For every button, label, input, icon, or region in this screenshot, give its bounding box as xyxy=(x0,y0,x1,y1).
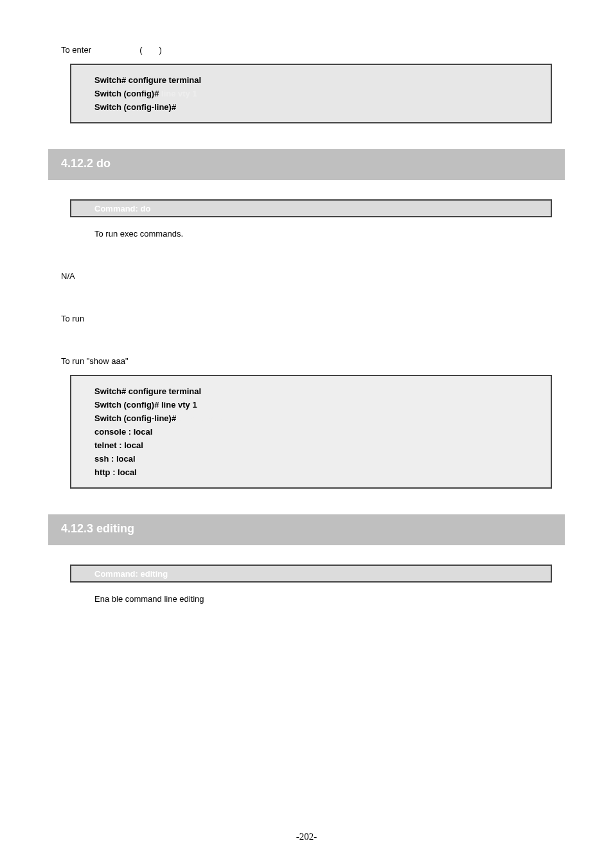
usage-label: Usage Guide: xyxy=(61,300,552,310)
codebox2-l3-text: Switch (config-line)# xyxy=(94,413,176,423)
section-title-1: 4.12.2 do xyxy=(61,157,111,170)
intro-hidden-b: 0-15 xyxy=(143,45,159,55)
topic-value-1: do xyxy=(141,204,151,213)
example-label: Example: xyxy=(61,343,552,352)
topic-label-1: Command: xyxy=(94,204,138,213)
topic-box-1: Command: do xyxy=(70,199,552,217)
usage-pre: To run xyxy=(61,314,84,323)
codebox2-l2: Switch (config)# line vty 1 xyxy=(94,400,528,410)
codebox2-l3-hidden: do show aaa xyxy=(179,413,229,423)
intro-hidden-a: the line vty xyxy=(94,45,138,55)
codebox2-l7: http : local xyxy=(94,467,528,477)
codebox-1: Switch# configure terminal Switch (confi… xyxy=(70,64,552,123)
page-footer: -202- xyxy=(0,831,613,842)
section-heading-editing: 4.12.3 editing xyxy=(48,514,565,545)
codebox-2: Switch# configure terminal Switch (confi… xyxy=(70,375,552,489)
topic-box-2: Command: editing xyxy=(70,565,552,583)
codebox1-l2: Switch (config)# line vty 1 xyxy=(94,89,528,98)
codebox1-l2-text: Switch (config)# xyxy=(94,89,159,98)
section-heading-do: 4.12.2 do xyxy=(48,149,565,180)
topic-label-2: Command: xyxy=(94,569,138,579)
codebox1-l1: Switch# configure terminal xyxy=(94,75,528,85)
codebox1-l3: Switch (config-line)# xyxy=(94,102,528,112)
section2-body-w1: Ena xyxy=(94,594,109,604)
codebox2-l3: Switch (config-line)# do show aaa xyxy=(94,413,528,423)
usage-value: To run the exec commands xyxy=(61,314,552,323)
codebox1-l2-hidden: line vty 1 xyxy=(161,89,197,98)
intro-pre: To enter xyxy=(61,45,91,55)
codebox2-l5: telnet : local xyxy=(94,440,528,450)
example-value: To run "show aaa" xyxy=(61,356,552,366)
intro-line: To enter the line vty (0-15) to configur… xyxy=(61,45,552,55)
codebox2-l1: Switch# configure terminal xyxy=(94,386,528,396)
default-label: Default: xyxy=(61,258,552,267)
codebox2-l4: console : local xyxy=(94,427,528,437)
section2-body-w2: ble command line editing xyxy=(112,594,204,604)
default-value: N/A xyxy=(61,271,552,281)
section-title-2: 4.12.3 editing xyxy=(61,522,134,535)
topic-value-2: editing xyxy=(141,569,168,579)
usage-hidden: the exec commands xyxy=(87,314,166,323)
section2-body: Ena ble command line editing xyxy=(94,594,552,604)
section1-body1: To run exec commands. xyxy=(94,229,552,239)
intro-hidden-c: to configure the line type xyxy=(164,45,264,55)
codebox2-l6: ssh : local xyxy=(94,454,528,464)
intro-paren-close: ) xyxy=(159,45,162,55)
